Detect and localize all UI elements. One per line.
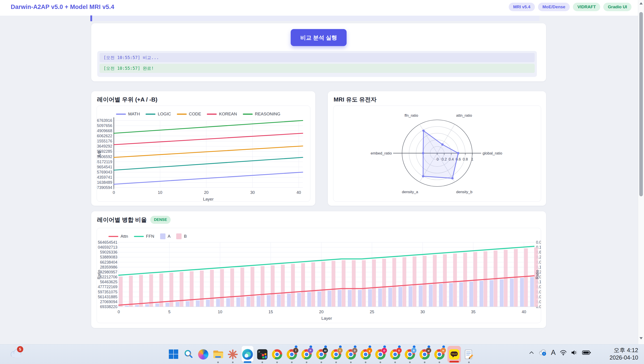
wifi-icon[interactable] [560, 350, 567, 356]
taskbar-icons: >_TPAIYDgOOBaiHTALK [166, 345, 476, 364]
svg-text:0: 0 [113, 190, 115, 195]
legend-label: CODE [189, 112, 201, 116]
legend-item[interactable]: MATH [116, 112, 140, 116]
svg-text:921638489: 921638489 [97, 180, 112, 185]
taskbar-icon-chrome-profile-9[interactable]: O [388, 345, 402, 364]
legend-item[interactable]: LOGIC [146, 112, 171, 116]
legend-label: LOGIC [158, 112, 171, 116]
taskbar-icon-chrome-profile-10[interactable]: B [402, 345, 417, 364]
taskbar-icon-chrome-profile-7[interactable]: g [358, 345, 373, 364]
taskbar-icon-chrome-profile-6[interactable]: D [344, 345, 358, 364]
header-badge: VIDRAFT [573, 3, 600, 11]
taskbar-icon-search[interactable] [181, 345, 196, 364]
previous-section-clipped-strip [90, 16, 539, 21]
legend-item[interactable]: KOREAN [207, 112, 237, 116]
svg-text:42980957: 42980957 [100, 270, 118, 274]
taskbar-icon-copilot[interactable] [196, 345, 211, 364]
legend-item[interactable]: REASONING [243, 112, 280, 116]
legend-swatch [207, 114, 217, 115]
svg-text:10: 10 [158, 190, 162, 195]
running-indicator [439, 362, 440, 363]
svg-text:25769043: 25769043 [97, 170, 112, 174]
header-badge: Gradio UI [603, 3, 632, 11]
run-analysis-button[interactable]: 비교 분석 실행 [291, 29, 346, 46]
chart1-legend: MATHLOGICCODEKOREANREASONING [116, 112, 280, 116]
cloud-app-icon[interactable]: 5 [10, 346, 25, 360]
scrollbar-thumb[interactable] [639, 12, 643, 196]
clock-date: 2026-04-10 [610, 354, 638, 361]
taskbar-icon-chrome-profile-12[interactable]: H [432, 345, 447, 364]
running-indicator [217, 362, 219, 363]
taskbar-icon-chrome-profile-3[interactable]: P [299, 345, 314, 364]
dense-badge: DENSE [150, 216, 170, 224]
legend-swatch [177, 114, 187, 115]
svg-text:ffn_ratio: ffn_ratio [404, 113, 418, 118]
legend-label: REASONING [255, 112, 280, 116]
log-row: [오전 10:55:57] 완료! [100, 64, 535, 73]
log-list: [오전 10:55:57] 비교...[오전 10:55:57] 완료! [97, 51, 537, 77]
taskbar-icon-chrome-profile-5[interactable]: Y [329, 345, 344, 364]
radar-panel: 00.20.40.60.81ffn_ratioattn_ratioglobal_… [333, 106, 541, 202]
taskbar-icon-chrome-profile-4[interactable]: AI [314, 345, 329, 364]
profile-badge: O [382, 348, 387, 353]
svg-text:Ratio: Ratio [97, 270, 101, 279]
svg-text:477722169: 477722169 [98, 285, 118, 289]
svg-text:density_a: density_a [402, 190, 418, 194]
onedrive-icon[interactable]: i [538, 349, 547, 356]
svg-text:0.8: 0.8 [463, 157, 468, 161]
svg-text:28359986: 28359986 [100, 265, 118, 270]
taskbar-icon-kakaotalk[interactable]: TALK [447, 345, 462, 364]
header-badge: MoE/Dense [538, 3, 570, 11]
profile-badge: B [411, 348, 416, 353]
legend-item[interactable]: FFN [134, 234, 154, 239]
ime-a-icon[interactable]: A [551, 348, 556, 356]
badge-count: 5 [19, 347, 21, 352]
scrollbar-up-arrow[interactable] [640, 2, 643, 4]
running-indicator [306, 362, 308, 363]
taskbar-icon-chrome-profile-2[interactable]: T [284, 345, 299, 364]
taskbar-icon-dev-terminal[interactable]: >_ [255, 345, 270, 364]
taskbar-icon-file-explorer[interactable] [211, 345, 226, 364]
taskbar-icon-start[interactable] [166, 345, 181, 364]
header: Darwin-A2AP v5.0 + Model MRI v5.4 MRI v5… [0, 0, 644, 16]
svg-text:i: i [544, 352, 544, 355]
chart2-title: 레이어별 병합 비율 [97, 216, 147, 224]
scrollbar[interactable] [638, 0, 644, 344]
svg-text:density_b: density_b [456, 190, 472, 194]
legend-item[interactable]: Attn [108, 234, 128, 239]
taskbar-icon-asterisk-app[interactable] [226, 345, 240, 364]
taskbar-icon-chrome-profile-8[interactable]: O [373, 345, 388, 364]
svg-text:07390594: 07390594 [97, 185, 112, 190]
legend-item[interactable]: A [160, 234, 170, 239]
svg-text:984359741: 984359741 [97, 175, 112, 180]
volume-icon[interactable] [571, 350, 578, 356]
svg-text:66238404: 66238404 [100, 260, 118, 264]
profile-badge: H [440, 348, 446, 353]
battery-icon[interactable] [582, 350, 591, 355]
legend-item[interactable]: B [176, 234, 187, 239]
legend-swatch [243, 114, 253, 115]
legend-item[interactable]: CODE [177, 112, 201, 116]
page-title: Darwin-A2AP v5.0 + Model MRI v5.4 [11, 4, 114, 10]
legend-swatch [134, 236, 144, 237]
chevron-up-icon[interactable] [529, 351, 534, 354]
svg-text:56463625: 56463625 [100, 280, 118, 284]
running-indicator [409, 362, 411, 363]
legend-swatch [108, 236, 118, 237]
taskbar-icon-notepad[interactable] [462, 345, 476, 364]
taskbar-icon-chrome-profile-1[interactable] [270, 345, 284, 364]
taskbar-icon-edge[interactable] [240, 345, 255, 364]
running-indicator [365, 362, 366, 363]
profile-badge: P [308, 348, 313, 353]
taskbar-icon-chrome-profile-11[interactable]: ai [417, 345, 432, 364]
legend-label: FFN [146, 234, 154, 239]
scrollbar-down-arrow[interactable] [640, 337, 643, 340]
taskbar-clock[interactable]: 오후 4:12 2026-04-10 [610, 346, 638, 361]
svg-text:739654541: 739654541 [97, 165, 112, 169]
legend-swatch [160, 234, 166, 239]
run-card: 비교 분석 실행 [오전 10:55:57] 비교...[오전 10:55:57… [91, 23, 546, 82]
svg-text:564654541: 564654541 [98, 240, 118, 244]
running-indicator [336, 362, 337, 363]
layer-advantage-card: 레이어별 우위 (+A / -B) MATHLOGICCODEKOREANREA… [91, 91, 315, 206]
svg-text:0: 0 [118, 310, 120, 314]
